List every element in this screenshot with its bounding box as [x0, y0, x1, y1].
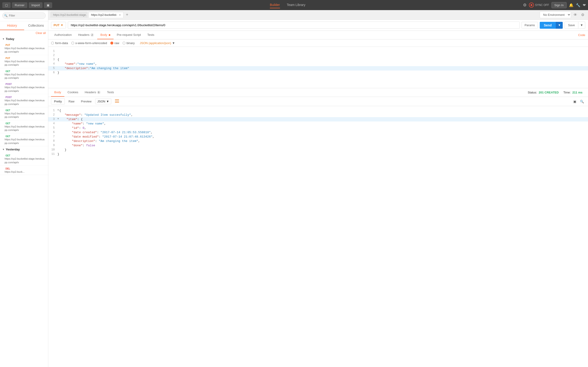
json-format-select[interactable]: JSON ▼ [95, 99, 111, 104]
top-nav-right: ⚙ SYNC OFF Sign In 🔔 🔧 ❤ [523, 2, 586, 8]
send-dropdown-button[interactable]: ▼ [556, 22, 563, 29]
resp-line-num-6: 6 [48, 131, 58, 134]
main-layout: 🔍 History Collections Clear all ▼ Today … [0, 10, 588, 367]
url-encoded-radio[interactable] [71, 42, 74, 45]
method-badge: DEL [5, 167, 11, 170]
resp-content-3: "item": { [59, 117, 83, 121]
list-item[interactable]: GET https://cp2-bucketlist-stage.herokua… [0, 152, 48, 166]
url-encoded-option[interactable]: x-www-form-urlencoded [71, 41, 107, 45]
list-item[interactable]: POST https://cp2-bucketlist-stage.heroku… [0, 94, 48, 107]
collapse-arrow-1[interactable]: ▼ [58, 109, 59, 111]
method-badge: POST [5, 96, 13, 99]
tab-authorization[interactable]: Authorization [51, 31, 75, 39]
env-selector: No Environment 👁 ⚙ [540, 11, 586, 18]
raw-radio[interactable] [110, 42, 113, 45]
list-item[interactable]: GET https://cp2-bucketlist-stage.herokua… [0, 133, 48, 146]
history-url: https://cp2-bucketlist-stage.herokuapp.c… [5, 99, 46, 106]
search-input[interactable] [2, 12, 46, 19]
resp-tab-body[interactable]: Body [51, 88, 64, 97]
list-item[interactable]: GET https://cp2-bucketlist-stage.herokua… [0, 120, 48, 133]
binary-radio[interactable] [122, 42, 126, 45]
yesterday-label: Yesterday [6, 148, 20, 151]
new-request-button[interactable]: ▣ [44, 2, 52, 8]
resp-content-2: "message": "Updated Item succesfully", [58, 113, 133, 117]
resp-line-num-9: 9 [48, 144, 58, 147]
time-value: 211 ms [572, 91, 582, 94]
resp-tab-cookies[interactable]: Cookies [64, 88, 82, 97]
close-tab-icon[interactable]: ✕ [119, 14, 121, 17]
resp-tab-tests[interactable]: Tests [104, 88, 117, 97]
params-button[interactable]: Params [521, 22, 538, 28]
resp-line-num-2: 2 [48, 113, 58, 117]
list-item[interactable]: GET https://cp2-bucketlist-stage.herokua… [0, 107, 48, 120]
yesterday-section-header[interactable]: ▼ Yesterday [0, 146, 48, 152]
code-line-5: 5 "description":"Am changing the item" [48, 66, 588, 70]
url-input[interactable] [68, 22, 520, 29]
environment-select[interactable]: No Environment [540, 11, 571, 18]
resp-line-num-7: 7 [48, 135, 58, 138]
save-dropdown-button[interactable]: ▼ [578, 22, 585, 29]
resp-line-11: 11 } [48, 152, 588, 156]
wrench-icon[interactable]: 🔧 [576, 3, 580, 7]
request-tab-0[interactable]: https://cp2-bucketlist-stage. [51, 12, 87, 18]
line-num-4: 4 [48, 62, 58, 66]
heart-icon[interactable]: ❤ [583, 3, 586, 7]
binary-option[interactable]: binary [122, 41, 135, 45]
sidebar-toggle-icon: ▢ [5, 3, 8, 7]
tab-builder[interactable]: Builder [270, 2, 280, 8]
tab-headers[interactable]: Headers 2 [75, 31, 97, 39]
request-code-editor[interactable]: 1 2 3 { 4 "name":"new name", 5 [48, 47, 588, 88]
bell-icon[interactable]: 🔔 [569, 3, 573, 7]
line-num-6: 6 [48, 71, 58, 74]
import-label: Import [32, 3, 40, 7]
method-badge: GET [5, 135, 11, 138]
resp-line-4: 4 "name": "new name", [48, 122, 588, 126]
tab-team-library[interactable]: Team Library [287, 2, 306, 8]
sidebar-toggle-button[interactable]: ▢ [2, 2, 11, 8]
response-tabs: Body Cookies Headers 6 Tests Status: 201… [48, 88, 588, 97]
filter-icon[interactable] [114, 99, 120, 104]
copy-icon[interactable]: ▣ [572, 99, 578, 104]
json-type-selector[interactable]: JSON (application/json) ▼ [140, 41, 175, 45]
svg-rect-2 [115, 102, 119, 103]
env-gear-button[interactable]: ⚙ [580, 13, 586, 17]
list-item[interactable]: PUT https://cp2-bucketlist-stage.herokua… [0, 42, 48, 55]
list-item[interactable]: POST https://cp2-bucketlist-stage.heroku… [0, 81, 48, 94]
save-button[interactable]: Save [564, 22, 578, 29]
request-tab-1[interactable]: https://cp2-bucketlist- ✕ [88, 12, 123, 18]
preview-button[interactable]: Preview [78, 99, 94, 104]
list-item[interactable]: PUT https://cp2-bucketlist-stage.herokua… [0, 55, 48, 68]
pretty-button[interactable]: Pretty [51, 98, 65, 105]
tab-prereq-script[interactable]: Pre-request Script [114, 31, 144, 39]
tab-tests[interactable]: Tests [144, 31, 157, 39]
runner-button[interactable]: Runner [12, 2, 27, 8]
line-content-4: "name":"new name", [58, 62, 97, 66]
code-link[interactable]: Code [578, 31, 585, 39]
sidebar-tab-collections[interactable]: Collections [24, 21, 48, 30]
response-code-editor[interactable]: 1 ▼ { 2 "message": "Updated Item succesf… [48, 106, 588, 367]
list-item[interactable]: DEL https://cp2-buck... [0, 166, 48, 175]
env-eye-button[interactable]: 👁 [572, 13, 579, 17]
send-button[interactable]: Send [540, 22, 556, 29]
settings-icon[interactable]: ⚙ [523, 2, 527, 8]
resp-content-8: "description": "Am changing the item", [58, 139, 140, 143]
raw-option[interactable]: raw [110, 41, 119, 45]
sign-in-button[interactable]: Sign In [552, 2, 567, 8]
clear-all-button[interactable]: Clear all [36, 32, 46, 35]
tab-body[interactable]: Body [97, 31, 114, 39]
search-response-icon[interactable]: 🔍 [579, 99, 585, 104]
raw-button[interactable]: Raw [66, 99, 77, 104]
binary-label: binary [127, 41, 135, 45]
form-data-option[interactable]: form-data [51, 41, 68, 45]
resp-tab-headers[interactable]: Headers 6 [82, 88, 104, 97]
collapse-arrow-3[interactable]: ▼ [58, 117, 59, 120]
sidebar-tab-history[interactable]: History [0, 21, 24, 30]
form-data-radio[interactable] [51, 42, 54, 45]
new-tab-button[interactable]: + [125, 12, 129, 17]
yesterday-section: ▼ Yesterday GET https://cp2-bucketlist-s… [0, 146, 48, 175]
method-select[interactable]: PUT ▼ [51, 22, 66, 28]
import-button[interactable]: Import [29, 2, 43, 8]
today-section-header[interactable]: ▼ Today [0, 36, 48, 42]
req-tab-label-0: https://cp2-bucketlist-stage. [53, 13, 87, 17]
list-item[interactable]: GET https://cp2-bucketlist-stage.herokua… [0, 68, 48, 81]
